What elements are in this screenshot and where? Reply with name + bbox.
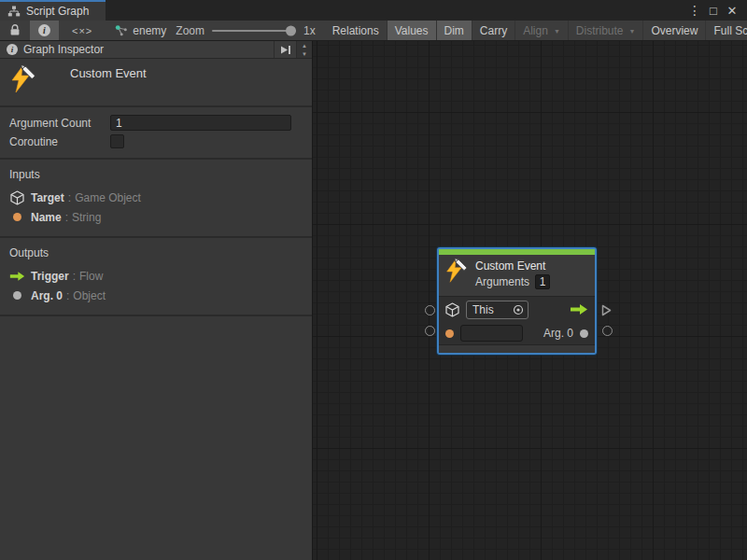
dock-icon bbox=[279, 45, 291, 55]
arguments-value: 1 bbox=[535, 274, 550, 289]
input-type: String bbox=[72, 211, 101, 224]
type-separator: : bbox=[66, 289, 69, 302]
graph-canvas[interactable]: Custom Event Arguments 1 bbox=[313, 41, 747, 560]
coroutine-checkbox[interactable] bbox=[110, 134, 124, 148]
node-target-row: This bbox=[439, 297, 595, 322]
node-header[interactable]: Custom Event Arguments 1 bbox=[439, 255, 595, 296]
window-menu-icon[interactable]: ⋮ bbox=[687, 3, 702, 18]
gray-dot-icon bbox=[9, 291, 25, 300]
lock-button[interactable] bbox=[0, 21, 30, 40]
code-icon: <×> bbox=[72, 25, 92, 36]
zoom-value: 1x bbox=[303, 24, 316, 37]
inputs-heading: Inputs bbox=[0, 168, 312, 181]
carry-button[interactable]: Carry bbox=[472, 21, 515, 40]
inspector-empty-area bbox=[0, 316, 312, 560]
main-split: i Graph Inspector ▲ ▼ bbox=[0, 41, 747, 560]
distribute-dropdown-button[interactable]: Distribute ▼ bbox=[569, 21, 644, 40]
dim-label: Dim bbox=[444, 24, 464, 37]
script-graph-window: Script Graph ⋮ □ ✕ i <×> bbox=[0, 0, 747, 560]
info-icon: i bbox=[7, 44, 18, 55]
node-arg-row: Arg. 0 bbox=[439, 322, 595, 344]
unit-settings: Argument Count Coroutine bbox=[0, 107, 312, 158]
output-name: Arg. 0 bbox=[31, 289, 63, 302]
fullscreen-button[interactable]: Full Screen bbox=[706, 21, 747, 40]
graph-asset-icon bbox=[115, 25, 128, 36]
inspector-toggle-button[interactable]: i bbox=[30, 21, 59, 40]
arg0-port-label: Arg. 0 bbox=[543, 327, 573, 340]
zoom-slider-handle[interactable] bbox=[286, 25, 296, 35]
lock-icon bbox=[9, 24, 21, 36]
align-label: Align bbox=[523, 24, 548, 37]
close-icon[interactable]: ✕ bbox=[725, 3, 740, 18]
name-input-port[interactable] bbox=[425, 326, 435, 336]
info-icon: i bbox=[38, 24, 50, 36]
cube-icon bbox=[445, 302, 459, 317]
node-title: Custom Event bbox=[475, 259, 550, 273]
gray-dot-icon bbox=[580, 329, 588, 338]
node-titles: Custom Event Arguments 1 bbox=[475, 259, 550, 296]
input-name: Name bbox=[31, 211, 62, 224]
dim-button[interactable]: Dim bbox=[437, 21, 472, 40]
tab-script-graph[interactable]: Script Graph bbox=[0, 0, 106, 21]
input-row-name: Name : String bbox=[0, 207, 312, 227]
target-dropdown-value: This bbox=[472, 303, 513, 316]
tab-label: Script Graph bbox=[26, 5, 89, 18]
script-graph-icon bbox=[7, 6, 21, 17]
chevron-down-icon: ▼ bbox=[629, 28, 636, 35]
argument-count-row: Argument Count bbox=[0, 114, 312, 132]
orange-dot-icon bbox=[9, 213, 25, 221]
align-dropdown-button[interactable]: Align ▼ bbox=[515, 21, 569, 40]
graph-inspector-header: i Graph Inspector ▲ ▼ bbox=[0, 41, 312, 59]
output-row-arg0: Arg. 0 : Object bbox=[0, 286, 312, 305]
graph-toolbar: i <×> enemy Zoom 1x Relations bbox=[0, 21, 747, 41]
graph-inspector-title: Graph Inspector bbox=[23, 43, 104, 56]
graph-inspector-panel: i Graph Inspector ▲ ▼ bbox=[0, 41, 313, 560]
node-body: This bbox=[439, 296, 595, 344]
arg0-output-port[interactable] bbox=[602, 326, 613, 336]
output-name: Trigger bbox=[31, 270, 69, 283]
flow-arrow-icon bbox=[9, 271, 25, 282]
arg0-value-input[interactable] bbox=[460, 325, 523, 342]
input-name: Target bbox=[31, 191, 64, 204]
values-label: Values bbox=[395, 24, 429, 37]
fullscreen-label: Full Screen bbox=[713, 24, 747, 37]
target-input-port[interactable] bbox=[425, 305, 435, 315]
input-row-target: Target : Game Object bbox=[0, 188, 312, 207]
graph-breadcrumb[interactable]: enemy bbox=[106, 21, 176, 40]
coroutine-row: Coroutine bbox=[0, 133, 312, 150]
type-separator: : bbox=[73, 270, 76, 283]
custom-event-icon bbox=[444, 259, 469, 285]
inputs-section: Inputs Target : Game Object Name : bbox=[0, 160, 312, 236]
custom-event-icon bbox=[9, 65, 37, 95]
zoom-control: Zoom 1x bbox=[176, 21, 324, 40]
trigger-output-port[interactable] bbox=[601, 304, 612, 316]
code-view-button[interactable]: <×> bbox=[59, 21, 106, 40]
maximize-icon[interactable]: □ bbox=[706, 3, 721, 18]
output-type: Flow bbox=[79, 270, 103, 283]
target-dropdown[interactable]: This bbox=[466, 301, 529, 319]
window-controls: ⋮ □ ✕ bbox=[687, 0, 747, 21]
custom-event-node[interactable]: Custom Event Arguments 1 bbox=[437, 247, 597, 355]
arguments-label: Arguments bbox=[475, 275, 529, 288]
unit-title: Custom Event bbox=[70, 66, 147, 80]
overview-button[interactable]: Overview bbox=[643, 21, 706, 40]
output-row-trigger: Trigger : Flow bbox=[0, 266, 312, 286]
carry-label: Carry bbox=[480, 24, 507, 37]
overview-label: Overview bbox=[651, 24, 698, 37]
relations-button[interactable]: Relations bbox=[325, 21, 388, 40]
titlebar: Script Graph ⋮ □ ✕ bbox=[0, 0, 747, 21]
scroll-down-icon[interactable]: ▼ bbox=[297, 49, 312, 58]
zoom-slider-track bbox=[212, 30, 296, 32]
node-footer bbox=[439, 344, 595, 353]
zoom-slider[interactable] bbox=[212, 24, 296, 37]
coroutine-label: Coroutine bbox=[0, 135, 110, 148]
zoom-label: Zoom bbox=[176, 24, 204, 37]
dock-panel-button[interactable] bbox=[274, 41, 296, 58]
scroll-up-icon[interactable]: ▲ bbox=[297, 41, 312, 49]
distribute-label: Distribute bbox=[576, 24, 624, 37]
orange-dot-icon bbox=[445, 329, 454, 338]
outputs-heading: Outputs bbox=[0, 246, 312, 259]
values-button[interactable]: Values bbox=[388, 21, 437, 40]
argument-count-input[interactable] bbox=[110, 115, 291, 131]
chevron-down-icon: ▼ bbox=[554, 28, 560, 35]
